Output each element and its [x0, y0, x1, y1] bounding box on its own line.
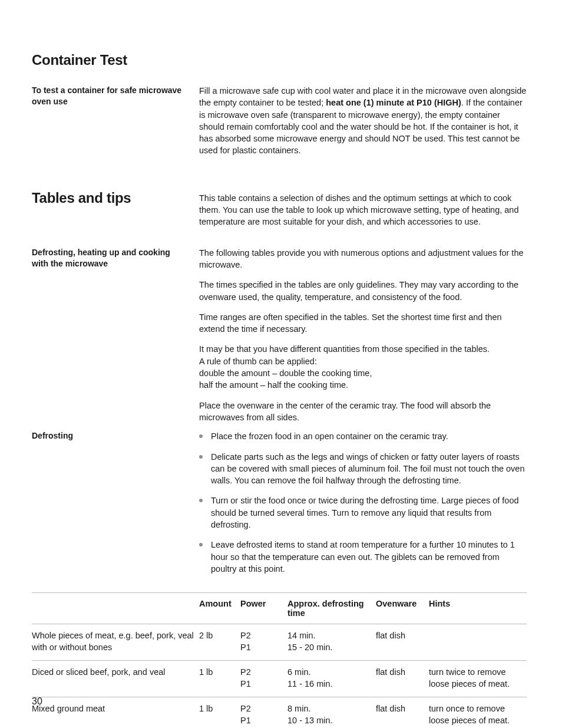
- dhc-p5: Place the ovenware in the center of the …: [199, 400, 527, 424]
- td-item: Whole pieces of meat, e.g. beef, pork, v…: [32, 624, 199, 661]
- heading-container-test: Container Test: [32, 52, 527, 68]
- th-power: Power: [240, 593, 287, 624]
- td-amount: 2 lb: [199, 624, 240, 661]
- defrosting-bullets: Place the frozen food in an open contain…: [199, 430, 527, 575]
- dhc-p4: It may be that you have different quanti…: [199, 343, 527, 391]
- th-hints: Hints: [429, 593, 527, 624]
- th-ovenware: Ovenware: [376, 593, 429, 624]
- bullet-icon: [199, 455, 203, 459]
- table-header-row: Amount Power Approx. defrosting time Ove…: [32, 593, 527, 624]
- bullet-text: Leave defrosted items to stand at room t…: [211, 539, 527, 575]
- table-row: Whole pieces of meat, e.g. beef, pork, v…: [32, 624, 527, 661]
- heading-tables-tips: Tables and tips: [32, 190, 187, 206]
- bullet-text: Turn or stir the food once or twice duri…: [211, 495, 527, 531]
- side-heading-defrost-heat-cook: Defrosting, heating up and cooking with …: [32, 247, 187, 269]
- td-ovenware: flat dish: [376, 624, 429, 661]
- dhc-p2: The times specified in the tables are on…: [199, 279, 527, 303]
- tables-tips-intro: This table contains a selection of dishe…: [199, 192, 527, 228]
- bullet-icon: [199, 499, 203, 502]
- th-time: Approx. defrosting time: [287, 593, 376, 624]
- side-heading-defrosting: Defrosting: [32, 430, 187, 442]
- bullet-text: Place the frozen food in an open contain…: [211, 430, 527, 442]
- td-power: P2 P1: [240, 624, 287, 661]
- td-time: 8 min. 10 - 13 min.: [287, 697, 376, 728]
- th-amount: Amount: [199, 593, 240, 624]
- td-power: P2 P1: [240, 661, 287, 697]
- td-hints: turn once to remove loose pieces of meat…: [429, 697, 527, 728]
- defrosting-table: Amount Power Approx. defrosting time Ove…: [32, 592, 527, 728]
- bullet-icon: [199, 434, 203, 438]
- list-item: Turn or stir the food once or twice duri…: [199, 495, 527, 531]
- td-item: Mixed ground meat: [32, 697, 199, 728]
- page-number: 30: [32, 696, 42, 707]
- td-ovenware: flat dish: [376, 661, 429, 697]
- table-row: Diced or sliced beef, pork, and veal1 lb…: [32, 661, 527, 697]
- td-time: 6 min. 11 - 16 min.: [287, 661, 376, 697]
- dhc-p1: The following tables provide you with nu…: [199, 247, 527, 271]
- td-time: 14 min. 15 - 20 min.: [287, 624, 376, 661]
- list-item: Place the frozen food in an open contain…: [199, 430, 527, 442]
- list-item: Delicate parts such as the legs and wing…: [199, 451, 527, 487]
- td-hints: turn twice to remove loose pieces of mea…: [429, 661, 527, 697]
- td-hints: [429, 624, 527, 661]
- td-item: Diced or sliced beef, pork, and veal: [32, 661, 199, 697]
- dhc-p3: Time ranges are often specified in the t…: [199, 311, 527, 335]
- th-item: [32, 593, 199, 624]
- td-power: P2 P1: [240, 697, 287, 728]
- container-test-body: Fill a microwave safe cup with cool wate…: [199, 85, 527, 157]
- bullet-text: Delicate parts such as the legs and wing…: [211, 451, 527, 487]
- list-item: Leave defrosted items to stand at room t…: [199, 539, 527, 575]
- ct-body-bold: heat one (1) minute at P10 (HIGH): [326, 98, 461, 107]
- bullet-icon: [199, 543, 203, 546]
- td-ovenware: flat dish: [376, 697, 429, 728]
- table-row: Mixed ground meat1 lbP2 P18 min. 10 - 13…: [32, 697, 527, 728]
- td-amount: 1 lb: [199, 697, 240, 728]
- td-amount: 1 lb: [199, 661, 240, 697]
- side-heading-container-test: To test a container for safe microwave o…: [32, 85, 187, 107]
